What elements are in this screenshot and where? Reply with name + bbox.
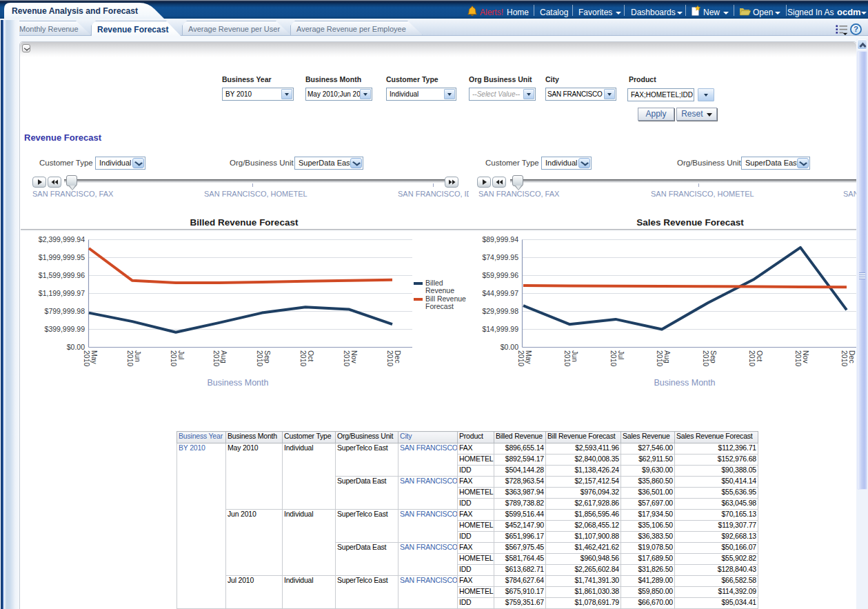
svg-text:$799,999.98: $799,999.98 [45,307,85,315]
svg-text:$59,999.96: $59,999.96 [482,271,518,279]
svg-text:$1,199,999.97: $1,199,999.97 [39,289,85,297]
svg-text:2010: 2010 [170,350,178,367]
svg-text:Business Month: Business Month [654,378,716,388]
svg-text:$74,999.95: $74,999.95 [482,253,518,261]
svg-text:$29,999.98: $29,999.98 [482,307,518,315]
svg-text:$14,999.99: $14,999.99 [482,325,518,333]
svg-text:$44,999.97: $44,999.97 [482,289,518,297]
svg-text:2010: 2010 [126,350,134,367]
svg-text:Billed Revenue Forecast: Billed Revenue Forecast [190,217,299,228]
svg-text:2010: 2010 [299,350,307,367]
svg-text:2010: 2010 [563,350,572,367]
svg-text:2010: 2010 [794,350,803,367]
svg-text:2010: 2010 [609,350,618,367]
svg-text:$89,999.94: $89,999.94 [482,235,518,243]
svg-text:$0.00: $0.00 [67,343,85,351]
svg-text:2010: 2010 [840,350,849,367]
svg-text:$1,599,999.96: $1,599,999.96 [39,271,85,279]
svg-text:$399,999.99: $399,999.99 [45,325,85,333]
svg-text:Forecast: Forecast [425,302,454,310]
svg-text:2010: 2010 [256,350,264,367]
svg-text:2010: 2010 [212,350,221,367]
svg-text:Sales Revenue Forecast: Sales Revenue Forecast [636,217,744,228]
svg-text:2010: 2010 [748,350,756,367]
svg-text:2010: 2010 [343,350,351,367]
svg-text:$1,999,999.95: $1,999,999.95 [39,253,85,261]
svg-text:2010: 2010 [386,350,394,367]
svg-text:Business Month: Business Month [208,378,269,388]
svg-text:Revenue: Revenue [425,286,454,294]
svg-text:$0.00: $0.00 [501,343,518,351]
svg-text:2010: 2010 [656,350,664,367]
svg-text:2010: 2010 [83,350,91,367]
svg-text:2010: 2010 [702,350,710,367]
svg-text:$2,399,999.94: $2,399,999.94 [39,235,85,243]
svg-text:2010: 2010 [517,350,525,367]
